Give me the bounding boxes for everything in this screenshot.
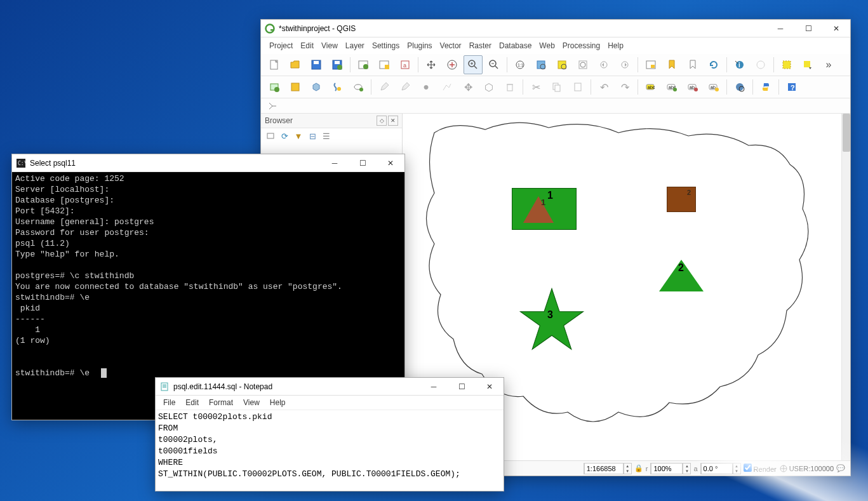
minimize-button[interactable]: ─ bbox=[321, 154, 349, 172]
zoom-selection-button[interactable] bbox=[552, 55, 571, 74]
save-project-button[interactable] bbox=[307, 55, 326, 74]
panel-close-button[interactable]: ✕ bbox=[388, 116, 398, 126]
menu-raster[interactable]: Raster bbox=[466, 40, 495, 51]
zoom-native-button[interactable]: 1:1 bbox=[511, 55, 530, 74]
zoom-next-button[interactable] bbox=[615, 55, 634, 74]
snapping-button[interactable] bbox=[265, 100, 280, 112]
delete-selected-button[interactable] bbox=[500, 77, 519, 97]
properties-widget-icon[interactable]: ☰ bbox=[321, 130, 332, 142]
zoom-full-button[interactable] bbox=[531, 55, 551, 74]
menu-database[interactable]: Database bbox=[496, 40, 535, 51]
move-feature-button[interactable]: ✥ bbox=[458, 77, 477, 97]
menu-project[interactable]: Project bbox=[266, 40, 296, 51]
render-checkbox[interactable]: Render bbox=[744, 464, 777, 473]
refresh-button[interactable] bbox=[704, 55, 723, 74]
maximize-button[interactable]: ☐ bbox=[794, 20, 822, 37]
label-tool-2-button[interactable]: abc bbox=[662, 77, 681, 97]
cut-button[interactable]: ✂ bbox=[526, 77, 545, 97]
add-vector-button[interactable] bbox=[265, 77, 284, 97]
map-scrollbar[interactable] bbox=[841, 114, 850, 474]
close-button[interactable]: ✕ bbox=[822, 20, 850, 37]
zoom-last-button[interactable] bbox=[594, 55, 613, 74]
menu-format[interactable]: Format bbox=[205, 397, 237, 408]
menu-file[interactable]: File bbox=[159, 397, 179, 408]
messages-icon[interactable]: 💬 bbox=[836, 464, 845, 472]
label-tool-3-button[interactable]: ab bbox=[683, 77, 702, 97]
notepad-content[interactable]: SELECT t00002plots.pkid FROM t00002plots… bbox=[156, 410, 504, 481]
layout-manager-button[interactable] bbox=[375, 55, 394, 74]
scale-input[interactable]: ▲▼ bbox=[584, 463, 632, 474]
undo-button[interactable]: ↶ bbox=[594, 77, 613, 97]
menu-vector[interactable]: Vector bbox=[437, 40, 465, 51]
menu-help[interactable]: Help bbox=[604, 40, 627, 51]
menu-layer[interactable]: Layer bbox=[342, 40, 368, 51]
style-manager-button[interactable]: a bbox=[396, 55, 415, 74]
maximize-button[interactable]: ☐ bbox=[349, 154, 377, 172]
collapse-all-icon[interactable]: ⊟ bbox=[307, 130, 318, 142]
menu-view[interactable]: View bbox=[239, 397, 264, 408]
close-button[interactable]: ✕ bbox=[476, 378, 504, 396]
filter-browser-icon[interactable]: ▼ bbox=[293, 130, 304, 142]
new-layout-button[interactable] bbox=[354, 55, 373, 74]
paste-button[interactable] bbox=[568, 77, 587, 97]
add-layer-icon[interactable] bbox=[265, 130, 276, 142]
notepad-titlebar[interactable]: psql.edit.11444.sql - Notepad ─ ☐ ✕ bbox=[156, 378, 504, 396]
add-feature-button[interactable]: ● bbox=[417, 77, 436, 97]
copy-button[interactable] bbox=[547, 77, 566, 97]
toolbar-chevron-icon[interactable]: » bbox=[819, 55, 838, 74]
zoom-in-button[interactable] bbox=[464, 55, 483, 74]
open-project-button[interactable] bbox=[286, 55, 305, 74]
python-console-button[interactable] bbox=[756, 77, 775, 97]
menu-processing[interactable]: Processing bbox=[559, 40, 603, 51]
save-as-button[interactable] bbox=[328, 55, 347, 74]
new-spatialite-button[interactable] bbox=[328, 77, 347, 97]
menu-edit[interactable]: Edit bbox=[297, 40, 317, 51]
crs-button[interactable]: USER:100000 bbox=[779, 464, 834, 473]
new-geopackage-button[interactable] bbox=[286, 77, 305, 97]
menu-plugins[interactable]: Plugins bbox=[404, 40, 435, 51]
save-edits-button[interactable] bbox=[396, 77, 415, 97]
select-dropdown-button[interactable] bbox=[798, 55, 817, 74]
label-tool-4-button[interactable]: ab bbox=[704, 77, 723, 97]
svg-rect-37 bbox=[783, 61, 791, 69]
zoom-layer-button[interactable] bbox=[573, 55, 592, 74]
metasearch-button[interactable] bbox=[730, 77, 749, 97]
menu-web[interactable]: Web bbox=[536, 40, 558, 51]
panel-float-button[interactable]: ◇ bbox=[377, 116, 387, 126]
new-project-button[interactable] bbox=[265, 55, 284, 74]
new-virtual-button[interactable] bbox=[349, 77, 368, 97]
redo-button[interactable]: ↷ bbox=[615, 77, 634, 97]
plot-label-3: 3 bbox=[547, 309, 553, 321]
new-bookmark-button[interactable] bbox=[662, 55, 681, 74]
digitize-button[interactable] bbox=[437, 77, 457, 97]
terminal-title: Select psql11 bbox=[30, 159, 76, 168]
minimize-button[interactable]: ─ bbox=[420, 378, 448, 396]
select-features-button[interactable] bbox=[777, 55, 796, 74]
menu-settings[interactable]: Settings bbox=[369, 40, 403, 51]
magnifier-input[interactable]: ▲▼ bbox=[650, 463, 691, 474]
menu-help[interactable]: Help bbox=[266, 397, 290, 408]
refresh-browser-icon[interactable]: ⟳ bbox=[279, 130, 290, 142]
toggle-editing-button[interactable] bbox=[375, 77, 394, 97]
node-tool-button[interactable]: ⬡ bbox=[479, 77, 498, 97]
new-shapefile-button[interactable] bbox=[307, 77, 326, 97]
pan-button[interactable] bbox=[422, 55, 441, 74]
terminal-titlebar[interactable]: C:\ Select psql11 ─ ☐ ✕ bbox=[12, 154, 404, 172]
help-contents-button[interactable]: ? bbox=[782, 77, 801, 97]
label-tool-button[interactable]: abc bbox=[641, 77, 660, 97]
svg-rect-6 bbox=[335, 61, 340, 64]
menu-view[interactable]: View bbox=[318, 40, 341, 51]
pan-selection-button[interactable] bbox=[443, 55, 462, 74]
qgis-titlebar[interactable]: *stwithinproject - QGIS ─ ☐ ✕ bbox=[261, 20, 850, 37]
rotation-input[interactable]: ▲▼ bbox=[700, 463, 741, 474]
maximize-button[interactable]: ☐ bbox=[448, 378, 476, 396]
identify-button[interactable]: i bbox=[730, 55, 749, 74]
minimize-button[interactable]: ─ bbox=[766, 20, 794, 37]
new-map-button[interactable] bbox=[641, 55, 660, 74]
zoom-out-button[interactable] bbox=[484, 55, 504, 74]
show-bookmarks-button[interactable] bbox=[683, 55, 702, 74]
menu-edit[interactable]: Edit bbox=[182, 397, 203, 408]
close-button[interactable]: ✕ bbox=[377, 154, 404, 172]
lock-icon[interactable]: 🔒 bbox=[634, 464, 643, 472]
action-button[interactable] bbox=[751, 55, 770, 74]
